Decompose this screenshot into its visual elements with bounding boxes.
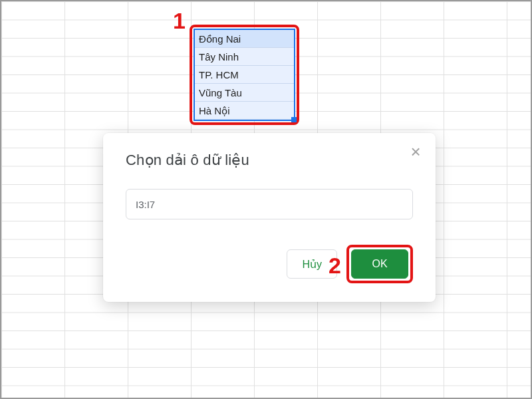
cell[interactable]: Hà Nội <box>195 102 294 120</box>
annotation-highlight-ok: OK <box>346 245 413 283</box>
cell[interactable]: Đồng Nai <box>195 30 294 48</box>
cell-selection[interactable]: Đồng Nai Tây Ninh TP. HCM Vũng Tàu Hà Nộ… <box>194 29 295 121</box>
dialog-actions: Hủy OK <box>126 245 413 283</box>
range-input[interactable] <box>126 189 413 219</box>
dialog-title: Chọn dải ô dữ liệu <box>126 152 413 169</box>
annotation-highlight-selection: Đồng Nai Tây Ninh TP. HCM Vũng Tàu Hà Nộ… <box>190 25 299 125</box>
cell[interactable]: Vũng Tàu <box>195 84 294 102</box>
close-button[interactable]: × <box>406 142 425 161</box>
close-icon: × <box>410 142 420 162</box>
ok-button[interactable]: OK <box>351 249 408 279</box>
annotation-step-2: 2 <box>329 253 341 279</box>
cell[interactable]: TP. HCM <box>195 66 294 84</box>
annotation-step-1: 1 <box>173 8 186 34</box>
fill-handle[interactable] <box>291 117 297 122</box>
range-dialog: × Chọn dải ô dữ liệu Hủy OK <box>103 133 436 302</box>
cell[interactable]: Tây Ninh <box>195 48 294 66</box>
